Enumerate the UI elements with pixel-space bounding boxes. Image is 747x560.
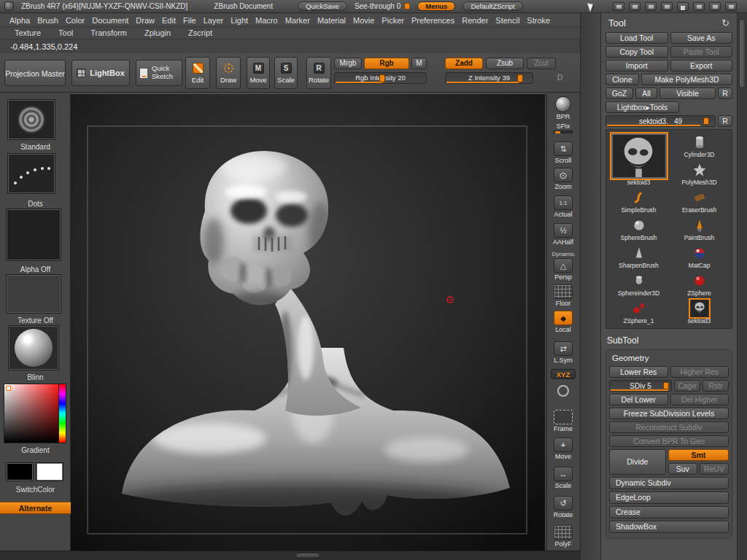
menu-preferences[interactable]: Preferences xyxy=(408,16,458,25)
load-tool-button[interactable]: Load Tool xyxy=(605,32,668,44)
sdiv-nub[interactable] xyxy=(663,382,669,389)
scale-nav-button[interactable]: Scale xyxy=(549,467,578,489)
higher-res-button[interactable]: Higher Res xyxy=(670,366,729,378)
lsym-button[interactable]: L.Sym xyxy=(549,341,578,364)
floor-button[interactable]: Floor xyxy=(549,284,578,307)
edgeloop-section[interactable]: EdgeLoop xyxy=(609,491,729,504)
reuv-button[interactable]: ReUV xyxy=(700,463,729,475)
snapshot-icon[interactable] xyxy=(709,2,721,11)
paste-tool-button[interactable]: Paste Tool xyxy=(670,46,733,58)
projection-master-button[interactable]: Projection Master xyxy=(4,60,66,86)
color-picker[interactable] xyxy=(4,384,66,443)
crease-section[interactable]: Crease xyxy=(609,506,729,518)
goz-button[interactable]: GoZ xyxy=(605,88,633,99)
rotate-mode-button[interactable]: R Rotate xyxy=(306,57,331,89)
panel-divider[interactable] xyxy=(580,13,600,560)
menu-light[interactable]: Light xyxy=(227,16,252,25)
menu-tool[interactable]: Tool xyxy=(50,28,82,37)
gyro-button[interactable] xyxy=(549,385,578,397)
hue-strip[interactable] xyxy=(58,384,66,443)
tool-item-cylinder3d[interactable]: Cylinder3D xyxy=(670,133,729,159)
active-tool-nub[interactable] xyxy=(703,117,709,125)
tool-item-simplebrush[interactable]: SimpleBrush xyxy=(609,188,668,214)
menu-edit[interactable]: Edit xyxy=(158,16,179,25)
quicksave-button[interactable]: QuickSave xyxy=(298,1,347,11)
copy-tool-button[interactable]: Copy Tool xyxy=(605,46,668,58)
menu-alpha[interactable]: Alpha xyxy=(6,16,34,25)
move-nav-button[interactable]: Move xyxy=(549,438,578,460)
bpr-button[interactable]: BPR xyxy=(549,96,578,120)
edit-mode-button[interactable]: Edit xyxy=(185,57,210,89)
del-lower-button[interactable]: Del Lower xyxy=(609,394,668,405)
spix-slider[interactable]: SPix xyxy=(549,122,578,133)
panel-scrollbar-thumb[interactable] xyxy=(739,19,746,88)
doc-export-icon[interactable] xyxy=(661,2,673,11)
move-mode-button[interactable]: M Move xyxy=(247,57,270,89)
rgb-button[interactable]: Rgb xyxy=(364,58,409,69)
active-tool-slider[interactable]: sektoid3. 49 xyxy=(605,115,716,127)
scroll-button[interactable]: Scroll xyxy=(549,141,578,164)
tool-item-sphereinder3d[interactable]: Sphereinder3D xyxy=(609,271,668,298)
local-button[interactable]: Local xyxy=(549,311,578,333)
lightbox-button[interactable]: LightBox xyxy=(71,60,130,86)
current-texture-thumb[interactable] xyxy=(6,274,61,314)
tool-item-zsphere[interactable]: ZSphere xyxy=(670,271,729,298)
tool-item-current[interactable]: sektoid3 xyxy=(609,133,668,187)
bottom-tray-handle[interactable] xyxy=(295,553,320,559)
grid-view-icon[interactable] xyxy=(725,2,737,11)
current-material-thumb[interactable] xyxy=(8,325,59,370)
aahalf-button[interactable]: AAHalf xyxy=(549,223,578,246)
del-higher-button[interactable]: Del Higher xyxy=(670,394,729,405)
subtool-section-header[interactable]: SubTool xyxy=(605,333,732,349)
menu-document[interactable]: Document xyxy=(88,16,132,25)
actual-button[interactable]: Actual xyxy=(549,195,578,218)
menu-marker[interactable]: Marker xyxy=(282,16,314,25)
menu-transform[interactable]: Transform xyxy=(82,28,136,37)
z-intensity-slider[interactable]: Z Intensity 39 xyxy=(445,72,533,84)
current-brush-thumb[interactable] xyxy=(7,99,55,140)
m-button[interactable]: M xyxy=(411,58,427,69)
tool-item-sektoid3[interactable]: sektoid3 xyxy=(670,299,729,325)
menu-stroke[interactable]: Stroke xyxy=(523,16,554,25)
make-polymesh3d-button[interactable]: Make PolyMesh3D xyxy=(641,74,732,85)
rstr-button[interactable]: Rstr xyxy=(703,380,729,392)
clone-button[interactable]: Clone xyxy=(605,74,639,85)
geometry-header[interactable]: Geometry xyxy=(609,353,729,366)
cage-button[interactable]: Cage xyxy=(674,380,700,392)
menus-toggle-button[interactable]: Menus xyxy=(417,1,455,11)
lightbox-tools-button[interactable]: Lightbox▸Tools xyxy=(605,101,679,113)
doc-import-icon[interactable] xyxy=(645,2,657,11)
panel-scrollbar[interactable] xyxy=(737,13,747,560)
mrgb-button[interactable]: Mrgb xyxy=(334,58,362,69)
rotate-nav-button[interactable]: Rotate xyxy=(549,496,578,518)
see-through-nub-icon[interactable] xyxy=(404,3,410,9)
convert-bpr-button[interactable]: Convert BPR To Geo xyxy=(609,435,729,447)
menu-zscript[interactable]: Zscript xyxy=(179,28,221,37)
undo-icon[interactable]: ↺ xyxy=(721,18,729,28)
tool-item-zsphere1[interactable]: ZSphere_1 xyxy=(609,299,668,325)
visible-button[interactable]: Visible xyxy=(659,88,716,99)
menu-macro[interactable]: Macro xyxy=(252,16,282,25)
r-button[interactable]: R xyxy=(718,88,732,99)
zcut-button[interactable]: Zcut xyxy=(527,58,556,69)
dynamic-subdiv-section[interactable]: Dynamic Subdiv xyxy=(609,477,729,489)
suv-toggle[interactable]: Suv xyxy=(668,463,697,475)
sculpt-viewport[interactable] xyxy=(71,93,545,551)
panel-toggle-right-icon[interactable] xyxy=(629,2,640,11)
persp-button[interactable]: Dynamic Persp xyxy=(549,251,578,281)
secondary-color-swatch[interactable] xyxy=(36,462,63,481)
panel-toggle-left-icon[interactable] xyxy=(613,2,624,11)
menu-brush[interactable]: Brush xyxy=(34,16,62,25)
xyz-button[interactable]: XYZ xyxy=(549,369,578,379)
see-through-slider[interactable]: See-through 0 xyxy=(355,2,410,10)
alternate-button[interactable]: Alternate xyxy=(0,502,71,514)
rgb-intensity-slider[interactable]: Rgb Intensity 20 xyxy=(334,72,427,84)
tool-item-paintbrush[interactable]: PaintBrush xyxy=(670,216,729,242)
slider-r-button[interactable]: R xyxy=(718,115,732,127)
tool-item-spherebrush[interactable]: SphereBrush xyxy=(609,216,668,242)
menu-color[interactable]: Color xyxy=(62,16,88,25)
quick-sketch-button[interactable]: Quick Sketch xyxy=(136,60,182,86)
menu-render[interactable]: Render xyxy=(458,16,492,25)
reconstruct-subdiv-button[interactable]: Reconstruct Subdiv xyxy=(609,421,729,433)
menu-stencil[interactable]: Stencil xyxy=(492,16,523,25)
